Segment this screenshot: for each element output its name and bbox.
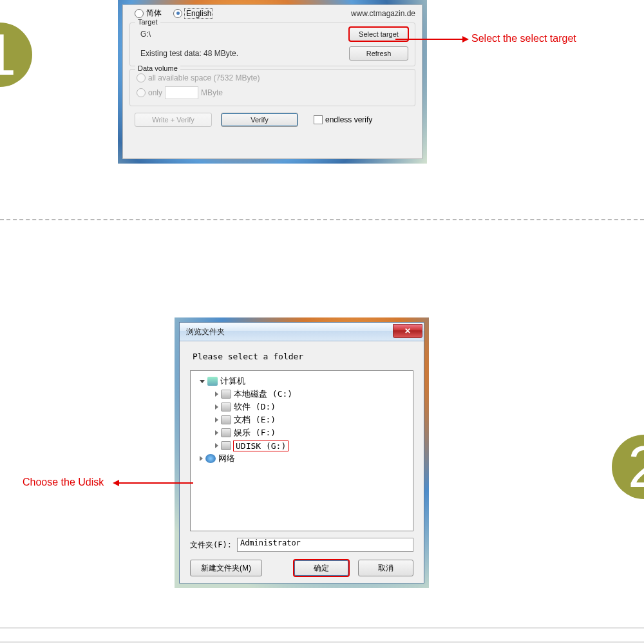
radio-all-space bbox=[137, 73, 146, 82]
anno1-arrow-line bbox=[395, 39, 463, 40]
network-icon bbox=[205, 454, 216, 463]
all-space-label: all available space (7532 MByte) bbox=[148, 73, 260, 82]
endless-verify-label: endless verify bbox=[325, 115, 372, 124]
anno2-arrow-line bbox=[119, 482, 193, 484]
bottom-rule-2 bbox=[0, 641, 644, 643]
hdd-icon bbox=[221, 390, 231, 399]
expand-icon[interactable] bbox=[215, 404, 218, 410]
step-2-badge: 2 bbox=[612, 435, 644, 499]
tree-drive-c[interactable]: 本地磁盘 (C:) bbox=[193, 388, 410, 401]
data-volume-fieldset: Data volume all available space (7532 MB… bbox=[129, 69, 415, 106]
dialog-titlebar: 浏览文件夹 ✕ bbox=[180, 323, 424, 341]
step-1-number: 1 bbox=[0, 22, 16, 88]
folder-input[interactable]: Administrator bbox=[237, 538, 413, 552]
tree-drive-e[interactable]: 文档 (E:) bbox=[193, 413, 410, 426]
target-legend: Target bbox=[135, 18, 160, 26]
step-1-badge: 1 bbox=[0, 23, 32, 87]
data-legend: Data volume bbox=[135, 64, 180, 72]
browse-folder-dialog: 浏览文件夹 ✕ Please select a folder 计算机 本地磁盘 … bbox=[179, 322, 424, 583]
hdd-icon bbox=[221, 415, 231, 424]
refresh-button[interactable]: Refresh bbox=[349, 46, 408, 61]
close-icon: ✕ bbox=[404, 327, 411, 336]
expand-icon[interactable] bbox=[215, 392, 218, 397]
panel1-backdrop: 简体 English www.ctmagazin.de Target G:\ S… bbox=[118, 0, 427, 164]
language-row: 简体 English www.ctmagazin.de bbox=[123, 5, 422, 20]
radio-english-label: English bbox=[185, 9, 213, 18]
target-path: G:\ bbox=[140, 30, 151, 39]
write-verify-button: Write + Verify bbox=[135, 113, 212, 127]
anno2-text: Choose the Udisk bbox=[23, 477, 104, 488]
endless-verify-checkbox[interactable] bbox=[314, 115, 323, 124]
h2testw-window: 简体 English www.ctmagazin.de Target G:\ S… bbox=[122, 5, 422, 159]
expand-icon[interactable] bbox=[200, 456, 203, 461]
cancel-button[interactable]: 取消 bbox=[358, 560, 413, 576]
separator-1 bbox=[0, 219, 644, 220]
verify-button[interactable]: Verify bbox=[221, 113, 298, 127]
folder-row: 文件夹(F): Administrator bbox=[190, 538, 413, 552]
panel2-backdrop: 浏览文件夹 ✕ Please select a folder 计算机 本地磁盘 … bbox=[175, 317, 429, 588]
anno1-text: Select the select target bbox=[471, 33, 576, 44]
usb-icon bbox=[221, 441, 231, 450]
udisk-label: UDISK (G:) bbox=[234, 441, 288, 451]
expand-icon[interactable] bbox=[215, 430, 218, 435]
hdd-icon bbox=[221, 428, 231, 437]
new-folder-button[interactable]: 新建文件夹(M) bbox=[190, 560, 262, 576]
folder-label: 文件夹(F): bbox=[190, 540, 232, 551]
radio-english[interactable] bbox=[173, 9, 182, 18]
radio-chinese[interactable] bbox=[135, 9, 144, 18]
radio-chinese-label: 简体 bbox=[146, 8, 162, 19]
close-button[interactable]: ✕ bbox=[393, 324, 422, 338]
only-input bbox=[165, 86, 198, 99]
expand-icon[interactable] bbox=[200, 380, 205, 383]
tree-computer[interactable]: 计算机 bbox=[193, 375, 410, 388]
hdd-icon bbox=[221, 402, 231, 412]
bottom-rule-1 bbox=[0, 627, 644, 629]
expand-icon[interactable] bbox=[215, 417, 218, 422]
ok-button[interactable]: 确定 bbox=[294, 560, 349, 576]
expand-icon[interactable] bbox=[215, 443, 218, 448]
existing-test-label: Existing test data: 48 MByte. bbox=[140, 49, 238, 58]
anno2-arrow-head bbox=[113, 480, 119, 486]
target-fieldset: Target G:\ Select target Existing test d… bbox=[129, 23, 415, 66]
mbyte-label: MByte bbox=[201, 88, 223, 97]
radio-only bbox=[137, 88, 146, 97]
tree-network[interactable]: 网络 bbox=[193, 452, 410, 465]
computer-icon bbox=[207, 377, 218, 386]
dialog-prompt: Please select a folder bbox=[193, 352, 413, 361]
folder-tree[interactable]: 计算机 本地磁盘 (C:) 软件 (D:) 文档 (E:) bbox=[190, 370, 413, 531]
step-2-number: 2 bbox=[628, 434, 644, 500]
site-label: www.ctmagazin.de bbox=[351, 9, 415, 18]
anno1-arrow-head bbox=[462, 36, 469, 43]
dialog-title: 浏览文件夹 bbox=[186, 327, 225, 337]
only-label: only bbox=[148, 88, 162, 97]
tree-drive-f[interactable]: 娱乐 (F:) bbox=[193, 426, 410, 439]
tree-drive-g[interactable]: UDISK (G:) bbox=[193, 439, 410, 452]
tree-drive-d[interactable]: 软件 (D:) bbox=[193, 401, 410, 413]
